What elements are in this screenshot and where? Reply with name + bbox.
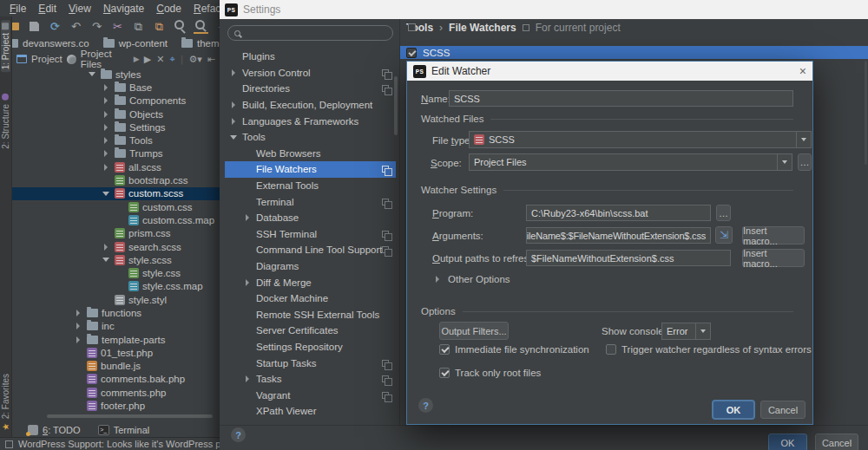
redo-icon[interactable]: ↷ bbox=[89, 19, 104, 34]
settings-nav-tasks[interactable]: Tasks bbox=[225, 371, 396, 388]
checkbox-trigger-watcher-regardless-of-syntax-errors[interactable]: Trigger watcher regardless of syntax err… bbox=[606, 344, 812, 355]
settings-nav-version-control[interactable]: Version Control bbox=[225, 65, 396, 82]
tree-item-style-scss[interactable]: style.scss bbox=[12, 253, 220, 266]
tree-item-trumps[interactable]: Trumps bbox=[12, 147, 220, 160]
tree-item-footer-php[interactable]: footer.php bbox=[12, 399, 220, 412]
other-options-toggle[interactable]: Other Options bbox=[432, 274, 510, 284]
tree-item-custom-scss[interactable]: custom.scss bbox=[12, 187, 220, 200]
expand-right-icon[interactable] bbox=[101, 164, 111, 171]
settings-nav-xpath-viewer[interactable]: XPath Viewer bbox=[225, 403, 396, 420]
find-icon[interactable] bbox=[173, 19, 187, 34]
expand-right-icon[interactable] bbox=[229, 118, 238, 125]
checkbox-icon[interactable] bbox=[439, 344, 450, 355]
tree-item-functions[interactable]: functions bbox=[12, 306, 220, 319]
expand-right-icon[interactable] bbox=[73, 323, 83, 329]
settings-nav-build-execution-deployment[interactable]: Build, Execution, Deployment bbox=[225, 97, 396, 114]
tree-item-tools[interactable]: Tools bbox=[12, 134, 220, 147]
expand-icon[interactable]: ▶ bbox=[144, 54, 151, 65]
sync-icon[interactable]: ⟳ bbox=[48, 19, 62, 34]
insert-macro-button-output[interactable]: Insert macro... bbox=[742, 249, 805, 267]
expand-down-icon[interactable] bbox=[229, 135, 238, 140]
expand-down-icon[interactable] bbox=[87, 72, 97, 76]
expand-right-icon[interactable] bbox=[229, 101, 238, 108]
dialog-ok-button[interactable]: OK bbox=[713, 401, 754, 419]
breadcrumb-item-wp-content[interactable]: wp-content bbox=[103, 38, 168, 49]
tree-item-search-scss[interactable]: search.scss bbox=[12, 240, 220, 253]
dropdown-arrow-icon[interactable] bbox=[777, 154, 792, 170]
expand-down-icon[interactable] bbox=[101, 258, 111, 262]
tool-tab-2-structure[interactable]: 2: Structure bbox=[1, 91, 10, 152]
project-files-scope[interactable]: Project Files bbox=[81, 49, 129, 69]
dropdown-arrow-icon[interactable] bbox=[695, 323, 710, 339]
expand-field-icon[interactable]: ⇲ bbox=[715, 226, 733, 244]
settings-nav-vagrant[interactable]: Vagrant bbox=[225, 387, 396, 403]
menu-item-edit[interactable]: Edit bbox=[32, 1, 62, 16]
output-filters-button[interactable]: Output Filters... bbox=[439, 322, 509, 340]
tree-item-base[interactable]: Base bbox=[12, 81, 220, 94]
insert-macro-button-arguments[interactable]: Insert macro... bbox=[742, 226, 805, 245]
expand-right-icon[interactable] bbox=[101, 244, 111, 251]
settings-nav-diff-merge[interactable]: Diff & Merge bbox=[225, 274, 396, 290]
tool-tab-terminal[interactable]: >_Terminal bbox=[98, 425, 150, 435]
expand-right-icon[interactable] bbox=[243, 214, 252, 221]
settings-nav-web-browsers[interactable]: Web Browsers bbox=[225, 146, 396, 162]
arguments-field[interactable]: ate $FileName$:$FileNameWithoutExtension… bbox=[526, 227, 711, 244]
expand-down-icon[interactable] bbox=[101, 192, 111, 196]
tree-item-inc[interactable]: inc bbox=[12, 320, 220, 333]
expand-right-icon[interactable] bbox=[229, 69, 238, 76]
undo-icon[interactable]: ↶ bbox=[69, 19, 83, 34]
expand-right-icon[interactable] bbox=[101, 97, 111, 104]
settings-nav-directories[interactable]: Directories bbox=[225, 81, 396, 97]
tree-item-styles[interactable]: styles bbox=[12, 68, 220, 81]
settings-nav-server-certificates[interactable]: Server Certificates bbox=[225, 323, 396, 339]
tree-item-objects[interactable]: Objects bbox=[12, 108, 220, 121]
settings-ok-button[interactable]: OK bbox=[768, 434, 807, 450]
watcher-list-row-scss[interactable]: SCSS bbox=[400, 46, 868, 59]
menu-item-code[interactable]: Code bbox=[150, 1, 187, 16]
settings-nav-database[interactable]: Database bbox=[225, 210, 396, 226]
gear-icon[interactable]: ⚙▾ bbox=[188, 54, 201, 65]
settings-nav-diagrams[interactable]: Diagrams bbox=[225, 258, 396, 275]
expand-right-icon[interactable] bbox=[243, 375, 252, 382]
settings-nav-scrollbar[interactable] bbox=[394, 76, 398, 135]
copy-icon[interactable]: ⧉ bbox=[131, 19, 146, 34]
tool-tab-6-todo[interactable]: 6: TODO bbox=[28, 425, 81, 435]
breadcrumb-item-devanswers-co[interactable]: devanswers.co bbox=[7, 38, 89, 49]
tree-item-01-test-php[interactable]: 01_test.php bbox=[12, 346, 220, 359]
project-view-tab[interactable]: Project bbox=[31, 54, 62, 64]
expand-right-icon[interactable] bbox=[73, 336, 83, 343]
tree-item-components[interactable]: Components bbox=[12, 95, 220, 108]
checkbox-icon[interactable] bbox=[439, 368, 450, 378]
tree-item-bundle-js[interactable]: bundle.js bbox=[12, 360, 220, 373]
expand-right-icon[interactable] bbox=[73, 310, 83, 316]
settings-nav-docker-machine[interactable]: Docker Machine bbox=[225, 290, 396, 307]
settings-nav-startup-tasks[interactable]: Startup Tasks bbox=[225, 355, 396, 371]
program-browse-button[interactable]: … bbox=[716, 205, 731, 221]
watcher-enabled-checkbox[interactable] bbox=[406, 48, 417, 58]
settings-nav-command-line-tool-support[interactable]: Command Line Tool Support bbox=[225, 242, 396, 258]
menu-item-navigate[interactable]: Navigate bbox=[97, 1, 150, 16]
settings-nav-tools[interactable]: Tools bbox=[225, 129, 396, 146]
expand-right-icon[interactable] bbox=[243, 279, 252, 286]
tree-item-bootstrap-css[interactable]: bootstrap.css bbox=[12, 173, 220, 186]
dialog-cancel-button[interactable]: Cancel bbox=[760, 401, 806, 419]
expand-right-icon[interactable] bbox=[101, 124, 111, 131]
file-type-combo[interactable]: SCSS bbox=[469, 131, 812, 148]
close-icon[interactable]: × bbox=[799, 64, 806, 78]
menu-item-file[interactable]: File bbox=[3, 1, 32, 16]
expand-right-icon[interactable] bbox=[101, 111, 111, 118]
paste-icon[interactable]: ⧉ bbox=[152, 19, 167, 34]
tree-item-custom-css-map[interactable]: custom.css.map bbox=[12, 213, 220, 226]
save-icon[interactable] bbox=[27, 19, 42, 34]
settings-search-input[interactable] bbox=[245, 28, 375, 38]
tree-item-style-css-map[interactable]: style.css.map bbox=[12, 280, 220, 293]
tree-item-custom-css[interactable]: custom.css bbox=[12, 200, 220, 213]
tree-item-prism-css[interactable]: prism.css bbox=[12, 227, 220, 240]
output-paths-field[interactable]: $FileNameWithoutExtension$.css bbox=[526, 250, 731, 266]
settings-search-box[interactable] bbox=[227, 25, 393, 41]
show-console-combo[interactable]: Error bbox=[661, 323, 711, 340]
dropdown-arrow-icon[interactable] bbox=[796, 132, 811, 147]
scope-combo[interactable]: Project Files bbox=[469, 153, 792, 171]
settings-cancel-button[interactable]: Cancel bbox=[815, 434, 858, 450]
close-icon[interactable]: ✕ bbox=[156, 54, 164, 65]
